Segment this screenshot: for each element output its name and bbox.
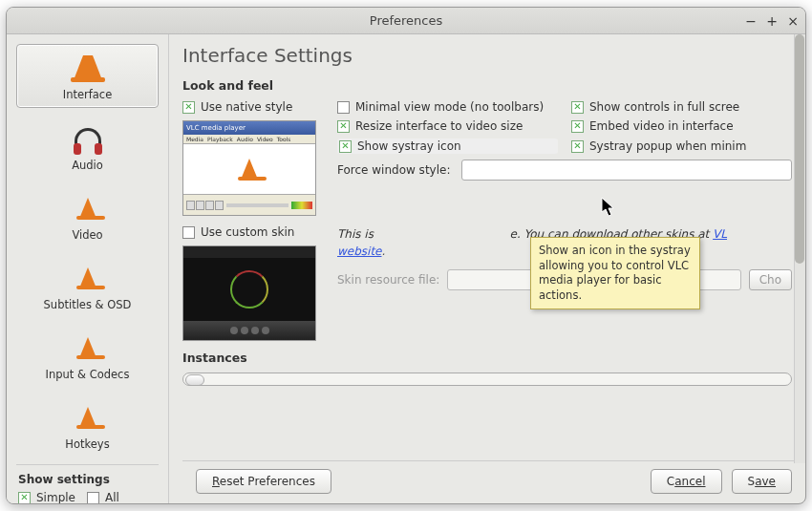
- use-native-style-radio[interactable]: Use native style: [182, 100, 326, 114]
- scroll-area: Look and feel Use native style VLC media…: [182, 78, 805, 455]
- titlebar: Preferences − + ×: [7, 8, 805, 34]
- checkbox-label: Systray popup when minim: [589, 139, 746, 153]
- save-button[interactable]: Save: [732, 469, 792, 494]
- instances-slider[interactable]: [182, 373, 792, 386]
- show-settings-heading: Show settings: [18, 473, 157, 486]
- checkbox-icon: [337, 120, 350, 133]
- custom-skin-column: Use custom skin: [182, 225, 326, 341]
- sidebar-item-label: Interface: [63, 88, 113, 101]
- radio-icon: [18, 492, 31, 504]
- cone-icon: [71, 261, 105, 295]
- custom-skin-row: Use custom skin This is xxxxxxxxxxxxxxxx…: [182, 225, 792, 341]
- choose-skin-button[interactable]: Cho: [749, 269, 792, 290]
- sidebar-item-label: Hotkeys: [65, 437, 109, 451]
- checkbox-icon: [571, 101, 584, 114]
- checkbox-icon: [571, 140, 584, 153]
- radio-label: Use custom skin: [201, 225, 294, 239]
- show-settings-simple[interactable]: Simple: [18, 491, 75, 503]
- cone-icon: [71, 400, 105, 435]
- force-window-style-row: Force window style:: [337, 160, 792, 181]
- skins-website-link[interactable]: VL: [713, 227, 727, 241]
- sidebar-item-audio[interactable]: Audio: [16, 116, 159, 178]
- dialog-footer: Reset Preferences Cancel Save: [182, 460, 805, 494]
- checkbox-label: Resize interface to video size: [355, 119, 523, 133]
- force-window-style-input[interactable]: [461, 160, 792, 181]
- look-and-feel-options: Minimal view mode (no toolbars) Show con…: [337, 100, 792, 216]
- checkbox-label: Show controls in full scree: [589, 100, 739, 114]
- preview-controls: [183, 194, 315, 215]
- settings-panel: Interface Settings Look and feel Use nat…: [169, 34, 805, 503]
- show-controls-fullscreen-checkbox[interactable]: Show controls in full scree: [571, 100, 792, 114]
- section-look-and-feel-title: Look and feel: [182, 78, 792, 93]
- sidebar-item-label: Audio: [72, 159, 103, 172]
- systray-popup-checkbox[interactable]: Systray popup when minim: [571, 138, 792, 154]
- cone-icon: [71, 191, 105, 225]
- btn-label: eset Preferences: [220, 475, 315, 488]
- minimize-button[interactable]: −: [744, 14, 758, 28]
- resize-interface-checkbox[interactable]: Resize interface to video size: [337, 119, 558, 133]
- checkbox-icon: [337, 101, 350, 114]
- swirl-icon: [230, 270, 268, 309]
- page-title: Interface Settings: [182, 44, 805, 67]
- skins-website-link-2[interactable]: website: [337, 245, 382, 258]
- systray-tooltip: Show an icon in the systray allowing you…: [530, 237, 700, 309]
- sidebar-item-input-codecs[interactable]: Input & Codecs: [16, 325, 159, 387]
- minimal-view-checkbox[interactable]: Minimal view mode (no toolbars): [337, 100, 558, 114]
- preview-title: VLC media player: [186, 124, 246, 132]
- scrollbar-thumb[interactable]: [795, 34, 804, 264]
- look-and-feel-row: Use native style VLC media player Media …: [182, 100, 792, 216]
- custom-skin-preview: [182, 245, 316, 341]
- checkbox-icon: [571, 120, 584, 133]
- radio-label: Use native style: [201, 100, 292, 114]
- cancel-button[interactable]: Cancel: [651, 469, 722, 494]
- cone-icon: [241, 159, 258, 180]
- section-instances-title: Instances: [182, 351, 792, 365]
- sidebar-item-label: Video: [72, 228, 102, 242]
- reset-preferences-button[interactable]: Reset Preferences: [196, 469, 331, 494]
- skin-resource-label: Skin resource file:: [337, 273, 439, 287]
- show-systray-checkbox[interactable]: Show systray icon: [337, 138, 558, 154]
- embed-video-checkbox[interactable]: Embed video in interface: [571, 119, 792, 133]
- use-custom-skin-radio[interactable]: Use custom skin: [182, 225, 326, 239]
- native-style-column: Use native style VLC media player Media …: [182, 100, 326, 216]
- native-style-preview: VLC media player Media Playback Audio Vi…: [182, 120, 316, 216]
- sidebar-item-subtitles[interactable]: Subtitles & OSD: [16, 255, 159, 317]
- sidebar-item-video[interactable]: Video: [16, 185, 159, 247]
- radio-icon: [182, 101, 195, 114]
- radio-icon: [87, 492, 99, 504]
- sidebar-item-hotkeys[interactable]: Hotkeys: [16, 394, 159, 457]
- close-button[interactable]: ×: [786, 14, 800, 28]
- checkbox-label: Minimal view mode (no toolbars): [355, 100, 544, 114]
- preview-menu: Media Playback Audio Video Tools: [183, 135, 315, 144]
- force-window-label: Force window style:: [337, 163, 450, 177]
- checkbox-label: Show systray icon: [357, 139, 461, 153]
- radio-label: Simple: [36, 491, 75, 503]
- radio-label: All: [105, 491, 119, 503]
- checkbox-icon: [339, 140, 352, 153]
- vertical-scrollbar[interactable]: [794, 34, 805, 463]
- sidebar-item-interface[interactable]: Interface: [16, 44, 159, 108]
- radio-icon: [182, 226, 195, 239]
- instances-section: Instances: [182, 351, 792, 386]
- category-sidebar: Interface Audio Video Subtitles & OSD In…: [7, 34, 169, 503]
- sidebar-item-label: Subtitles & OSD: [44, 298, 132, 311]
- preferences-window: Preferences − + × Interface Audio Video …: [6, 7, 806, 504]
- sidebar-item-label: Input & Codecs: [46, 368, 130, 381]
- show-settings-section: Show settings Simple All: [16, 464, 159, 503]
- cone-icon: [71, 51, 105, 85]
- show-settings-all[interactable]: All: [87, 491, 119, 503]
- maximize-button[interactable]: +: [765, 14, 779, 28]
- headphones-icon: [71, 121, 105, 156]
- window-body: Interface Audio Video Subtitles & OSD In…: [7, 34, 805, 503]
- window-title: Preferences: [370, 13, 442, 28]
- cone-icon: [71, 330, 105, 365]
- checkbox-label: Embed video in interface: [589, 119, 734, 133]
- window-buttons: − + ×: [744, 14, 800, 28]
